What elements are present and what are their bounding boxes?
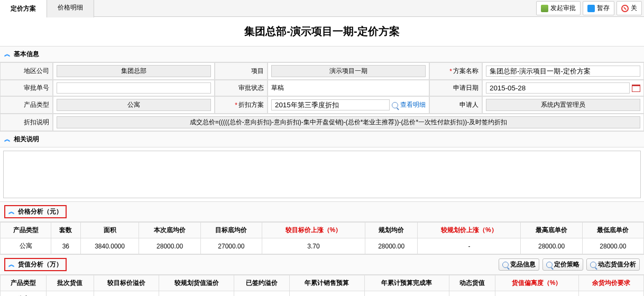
project-label: 项目 — [215, 62, 268, 80]
column-header: 较目标价上涨（%） — [262, 223, 365, 238]
calendar-icon[interactable] — [632, 85, 640, 92]
section-related-title: 相关说明 — [14, 135, 39, 144]
tab-pricing-plan[interactable]: 定价方案 — [0, 0, 47, 17]
applicant-field: 系统内置管理员 — [486, 99, 640, 111]
approval-status-label: 审批状态 — [215, 80, 268, 96]
apply-date-input[interactable] — [486, 82, 630, 94]
table-cell: - — [234, 291, 289, 297]
price-analysis-table: 产品类型套数面积本次底均价目标底均价较目标价上涨（%）规划均价较规划价上涨（%）… — [0, 222, 644, 254]
table-cell: 公寓 — [1, 238, 51, 254]
column-header: 余货均价要求 — [578, 275, 644, 291]
top-toolbar: 定价方案 价格明细 发起审批 暂存 关 — [0, 0, 644, 17]
section-price-header[interactable]: ︽ 价格分析（元） — [0, 201, 644, 222]
column-header: 产品类型 — [1, 275, 47, 291]
search-icon — [546, 262, 553, 268]
column-header: 套数 — [51, 223, 81, 238]
value-analysis-table: 产品类型批次货值较目标价溢价较规划货值溢价已签约溢价年累计销售预算年累计预算完成… — [0, 275, 644, 296]
approve-button[interactable]: 发起审批 — [536, 1, 581, 15]
table-cell: 27000.00 — [200, 238, 262, 254]
discount-desc-field: 成交总价=(((((总价-意向折扣)-意向折扣)-集中开盘促销)-(总价*老业主… — [57, 116, 640, 128]
project-field: 演示项目一期 — [271, 65, 426, 77]
table-row: 公寓10752.00384.00-----100.002.80 — [1, 291, 644, 297]
section-price-title: 价格分析（元） — [18, 207, 62, 216]
table-cell: 36 — [51, 238, 81, 254]
close-icon — [621, 5, 629, 12]
save-label: 暂存 — [597, 4, 610, 13]
table-cell: 10752.00 — [46, 291, 94, 297]
apply-date-label: 申请日期 — [429, 80, 482, 96]
save-button[interactable]: 暂存 — [583, 1, 614, 15]
table-cell: 100.00 — [495, 291, 578, 297]
column-header: 规划均价 — [365, 223, 418, 238]
product-type-label: 产品类型 — [0, 96, 53, 114]
approval-no-input[interactable] — [57, 82, 211, 94]
competitor-info-button[interactable]: 竞品信息 — [499, 258, 539, 271]
column-header: 年累计销售预算 — [290, 275, 365, 291]
column-header: 最高底单价 — [521, 223, 582, 238]
search-icon[interactable] — [392, 102, 398, 108]
table-cell: 公寓 — [1, 291, 47, 297]
column-header: 年累计预算完成率 — [364, 275, 449, 291]
column-header: 本次底均价 — [139, 223, 200, 238]
column-header: 已签约溢价 — [234, 275, 289, 291]
close-button[interactable]: 关 — [617, 1, 642, 15]
plan-name-label: *方案名称 — [429, 62, 482, 80]
column-header: 产品类型 — [1, 223, 51, 238]
approve-icon — [541, 5, 548, 12]
collapse-icon: ︽ — [4, 135, 11, 144]
pricing-strategy-button[interactable]: 定价策略 — [542, 258, 583, 271]
table-cell: 3840.0000 — [80, 238, 139, 254]
column-header: 批次货值 — [46, 275, 94, 291]
plan-name-input[interactable] — [486, 66, 640, 77]
column-header: 较规划价上涨（%） — [418, 223, 521, 238]
tab-bar: 定价方案 价格明细 — [0, 0, 94, 17]
section-basic-header[interactable]: ︽ 基本信息 — [0, 46, 644, 62]
table-cell: - — [449, 291, 495, 297]
approval-no-label: 审批单号 — [0, 80, 53, 96]
applicant-label: 申请人 — [429, 96, 482, 114]
table-cell: 2.80 — [578, 291, 644, 297]
discount-plan-input[interactable] — [271, 99, 390, 110]
approval-status-field: 草稿 — [268, 80, 429, 96]
column-header: 货值偏离度（%） — [495, 275, 578, 291]
column-header: 较规划货值溢价 — [159, 275, 234, 291]
table-cell: 3.70 — [262, 238, 365, 254]
table-cell: 28000.00 — [139, 238, 200, 254]
search-icon — [590, 262, 596, 268]
section-related-header[interactable]: ︽ 相关说明 — [0, 131, 644, 147]
collapse-icon: ︽ — [8, 207, 15, 216]
column-header: 面积 — [80, 223, 139, 238]
table-cell: 28000.00 — [582, 238, 643, 254]
column-header: 动态货值 — [449, 275, 495, 291]
page-title: 集团总部-演示项目一期-定价方案 — [0, 17, 644, 46]
table-cell: 28000.00 — [365, 238, 418, 254]
discount-plan-label: *折扣方案 — [215, 96, 268, 114]
table-cell: 28000.00 — [521, 238, 582, 254]
discount-desc-label: 折扣说明 — [0, 114, 53, 131]
collapse-icon: ︽ — [4, 50, 11, 59]
view-detail-link[interactable]: 查看明细 — [400, 100, 426, 109]
column-header: 目标底均价 — [200, 223, 262, 238]
related-textarea[interactable] — [3, 151, 641, 198]
search-icon — [502, 262, 509, 268]
table-cell: - — [418, 238, 521, 254]
table-cell: - — [364, 291, 449, 297]
section-basic-title: 基本信息 — [14, 50, 39, 59]
close-label: 关 — [631, 4, 637, 13]
table-cell: - — [290, 291, 365, 297]
product-type-field: 公寓 — [57, 99, 211, 111]
dynamic-value-button[interactable]: 动态货值分析 — [586, 258, 640, 271]
approve-label: 发起审批 — [550, 4, 576, 13]
table-cell: - — [159, 291, 234, 297]
tab-price-detail[interactable]: 价格明细 — [47, 0, 94, 17]
save-icon — [587, 5, 595, 12]
column-header: 较目标价溢价 — [94, 275, 159, 291]
column-header: 最低底单价 — [582, 223, 643, 238]
basic-form: 地区公司 集团总部 项目 演示项目一期 *方案名称 审批单号 审批状态 草稿 申… — [0, 62, 644, 131]
table-row: 公寓363840.000028000.0027000.003.7028000.0… — [1, 238, 644, 254]
section-value-header[interactable]: ︽ 货值分析（万） 竞品信息 定价策略 动态货值分析 — [0, 254, 644, 275]
region-company-label: 地区公司 — [0, 62, 53, 80]
region-company-field: 集团总部 — [57, 65, 211, 77]
section-value-title: 货值分析（万） — [18, 260, 62, 269]
table-cell: 384.00 — [94, 291, 159, 297]
